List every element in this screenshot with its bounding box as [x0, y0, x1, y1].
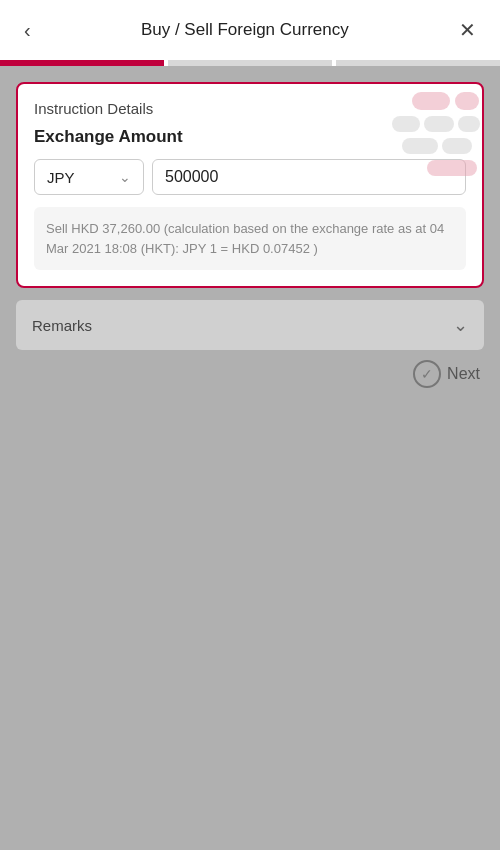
instruction-card: Instruction Details Exchange Amount JPY … — [16, 82, 484, 288]
content-area: Instruction Details Exchange Amount JPY … — [0, 66, 500, 850]
next-label: Next — [447, 365, 480, 383]
amount-row: JPY ⌄ — [34, 159, 466, 195]
next-button[interactable]: ✓ Next — [413, 360, 480, 388]
close-icon: ✕ — [459, 18, 476, 42]
remarks-chevron-icon: ⌄ — [453, 314, 468, 336]
remarks-section[interactable]: Remarks ⌄ — [16, 300, 484, 350]
page-title: Buy / Sell Foreign Currency — [39, 20, 451, 40]
progress-bar — [0, 60, 500, 66]
currency-chevron-icon: ⌄ — [119, 169, 131, 185]
info-text: Sell HKD 37,260.00 (calculation based on… — [46, 219, 454, 258]
remarks-label: Remarks — [32, 317, 92, 334]
back-button[interactable]: ‹ — [16, 11, 39, 50]
progress-step-1 — [0, 60, 164, 66]
info-box: Sell HKD 37,260.00 (calculation based on… — [34, 207, 466, 270]
next-row: ✓ Next — [16, 360, 484, 388]
close-button[interactable]: ✕ — [451, 10, 484, 50]
section-title: Instruction Details — [34, 100, 466, 117]
currency-dropdown[interactable]: JPY ⌄ — [34, 159, 144, 195]
next-circle-icon: ✓ — [413, 360, 441, 388]
progress-step-3 — [336, 60, 500, 66]
amount-input[interactable] — [152, 159, 466, 195]
back-icon: ‹ — [24, 19, 31, 42]
app-header: ‹ Buy / Sell Foreign Currency ✕ — [0, 0, 500, 60]
progress-step-2 — [168, 60, 332, 66]
exchange-amount-label: Exchange Amount — [34, 127, 466, 147]
currency-value: JPY — [47, 169, 75, 186]
